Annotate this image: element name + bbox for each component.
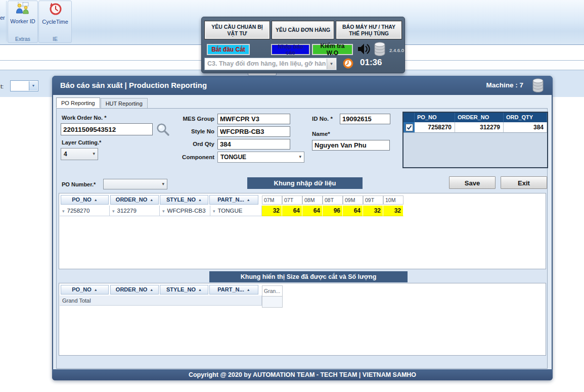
status-dropdown-value: C3. Thay đổi đơn hàng, lên liệu, gỡ hàn: [207, 58, 326, 70]
layer-cutting-label: Layer Cutting.*: [62, 139, 101, 145]
grand-total-row[interactable]: Grand Total: [60, 296, 262, 306]
sort-asc-icon: ▲: [150, 198, 153, 202]
size-column-10m[interactable]: 10M: [383, 195, 403, 205]
display-data-grid: PO_NO▲ ORDER_NO▲ STYLE_NO▲ PART_N...▲ Gr…: [59, 283, 546, 356]
id-no-input[interactable]: [340, 114, 390, 124]
sort-asc-icon: ▲: [94, 198, 98, 202]
size-qty-cell[interactable]: 96: [323, 206, 343, 216]
dropdown-arrow-icon: ▾: [93, 151, 95, 156]
size-column-07t[interactable]: 07T: [282, 195, 302, 205]
column-header-style-no[interactable]: STYLE_NO▲: [160, 285, 208, 295]
window-title: Báo cáo sản xuất | Production Reporting: [60, 76, 207, 95]
row-cell-po-no[interactable]: ▾7258270: [60, 206, 110, 216]
size-column-09m[interactable]: 09M: [343, 195, 363, 205]
column-header-order-no[interactable]: ORDER_NO▲: [110, 285, 159, 295]
size-qty-cell[interactable]: 64: [343, 206, 363, 216]
column-header-po-no[interactable]: PO_NO▲: [61, 195, 109, 205]
window-footer: Copyright @ 2020 by AUTOMATION TEAM - TE…: [52, 369, 553, 380]
column-header-part-no[interactable]: PART_N...▲: [209, 195, 258, 205]
report-machine-broken-button[interactable]: BÁO MÁY HƯ / THAY THẾ PHỤ TÙNG: [336, 21, 402, 39]
column-header-po-no[interactable]: PO_NO▲: [61, 285, 109, 295]
ord-qty-input[interactable]: [217, 139, 290, 150]
filter-chevron-icon: ▾: [162, 209, 165, 214]
cell-order-no[interactable]: 312279: [455, 122, 504, 133]
worker-id-button[interactable]: Worker ID: [9, 2, 37, 34]
tab-po-reporting[interactable]: PO Reporting: [56, 97, 100, 108]
machine-label: Machine : 7: [486, 76, 523, 95]
worker-id-label: Worker ID: [9, 18, 37, 25]
column-header-part-no[interactable]: PART_N...▲: [209, 285, 258, 295]
po-reporting-content: Work Order No. * Layer Cutting.* 4 ▾ MES…: [56, 108, 548, 369]
request-material-button[interactable]: YÊU CẦU CHUẨN BỊ VẬT TƯ: [204, 21, 270, 39]
size-qty-cell[interactable]: 32: [363, 206, 383, 216]
column-header-order-no[interactable]: ORDER_NO▲: [110, 195, 159, 205]
component-select[interactable]: TONGUE ▾: [217, 152, 304, 163]
filter-chevron-icon: ▾: [213, 209, 215, 214]
cell-po-no[interactable]: 7258270: [415, 122, 455, 133]
tab-hut-reporting[interactable]: HUT Reporting: [101, 98, 148, 108]
column-header-style-no[interactable]: STYLE_NO▲: [160, 195, 208, 205]
column-header-order-no[interactable]: ORDER_NO: [455, 113, 504, 122]
database-icon: [373, 42, 386, 56]
dropdown-arrow-icon[interactable]: ▼: [29, 81, 37, 90]
ribbon-partial-button[interactable]: er: [0, 15, 5, 21]
request-order-button[interactable]: YÊU CẦU ĐƠN HÀNG: [272, 21, 334, 39]
mes-group-input[interactable]: [217, 114, 290, 124]
filter-chevron-icon: ▾: [112, 209, 115, 214]
dropdown-arrow-icon[interactable]: ▼: [327, 59, 336, 69]
dropdown-arrow-icon: ▾: [162, 181, 164, 186]
check-wo-button[interactable]: Kiểm tra W.O: [312, 44, 353, 55]
row-cell-style-no[interactable]: ▾WFCPRB-CB3: [160, 206, 210, 216]
left-strip-dropdown[interactable]: ▼: [10, 80, 38, 91]
checkbox-column-header: [403, 113, 415, 122]
row-cell-order-no[interactable]: ▾312279: [110, 206, 160, 216]
input-section-title: Khung nhập dữ liệu: [247, 177, 363, 189]
ribbon-group-ie: CycleTime IE: [38, 1, 72, 43]
sort-asc-icon: ▲: [198, 198, 202, 202]
enter-report-button[interactable]: Nhập báo cáo: [271, 44, 310, 55]
size-column-08m[interactable]: 08M: [302, 195, 323, 205]
size-column-07m[interactable]: 07M: [262, 195, 282, 205]
search-icon[interactable]: [156, 122, 170, 137]
name-input[interactable]: [312, 140, 390, 151]
size-qty-cell[interactable]: 64: [282, 206, 302, 216]
id-no-label: ID No. *: [312, 116, 333, 122]
column-header-ord-qty[interactable]: ORD_QTY: [504, 113, 547, 122]
column-header-grand-total[interactable]: Gran...: [262, 285, 283, 297]
production-reporting-window: Báo cáo sản xuất | Production Reporting …: [52, 76, 553, 380]
cell-ord-qty[interactable]: 384: [504, 122, 547, 133]
ribbon-group-label-extras: Extras: [8, 36, 37, 42]
cycletime-button[interactable]: CycleTime: [39, 2, 71, 34]
ribbon-group-extras: Worker ID Extras: [8, 1, 38, 43]
ord-qty-label: Ord Qty: [169, 141, 214, 147]
work-order-input[interactable]: [61, 123, 153, 135]
app-version: 2.4.6.0: [389, 47, 404, 53]
start-cut-button[interactable]: Bắt đầu Cắt: [207, 44, 250, 55]
row-cell-part-no[interactable]: ▾TONGUE: [210, 206, 262, 216]
ribbon-group-label-ie: IE: [39, 36, 71, 42]
speaker-icon[interactable]: [357, 43, 371, 55]
cycletime-label: CycleTime: [39, 19, 71, 26]
style-no-input[interactable]: [217, 126, 290, 137]
size-column-09t[interactable]: 09T: [363, 195, 383, 205]
save-button[interactable]: Save: [449, 176, 496, 189]
row-checkbox[interactable]: [406, 124, 413, 131]
sort-asc-icon: ▲: [247, 198, 250, 202]
size-qty-cell[interactable]: 64: [302, 206, 323, 216]
component-label: Component: [169, 154, 214, 160]
tab-strip: PO Reporting HUT Reporting: [56, 97, 148, 109]
grand-total-value-cell: [262, 297, 283, 308]
sort-asc-icon: ▲: [150, 288, 153, 291]
size-column-08t[interactable]: 08T: [323, 195, 343, 205]
name-label: Name*: [312, 131, 330, 137]
column-header-po-no[interactable]: PO_NO: [415, 113, 455, 122]
left-strip-label: t:: [1, 83, 4, 89]
exit-button[interactable]: Exit: [501, 176, 547, 189]
layer-cutting-value: 4: [64, 149, 67, 160]
ribbon-separator: [6, 1, 7, 41]
size-qty-cell[interactable]: 32: [262, 206, 282, 216]
po-number-select[interactable]: ▾: [103, 179, 167, 189]
status-dropdown[interactable]: C3. Thay đổi đơn hàng, lên liệu, gỡ hàn …: [204, 58, 337, 70]
layer-cutting-select[interactable]: 4 ▾: [61, 148, 98, 160]
size-qty-cell[interactable]: 32: [383, 206, 403, 216]
